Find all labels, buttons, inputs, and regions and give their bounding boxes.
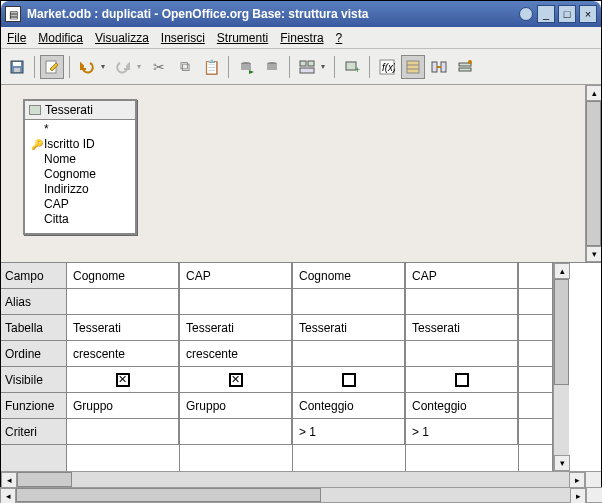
cell-funzione[interactable]: Conteggio: [406, 393, 518, 419]
vertical-scrollbar-lower[interactable]: ▴ ▾: [553, 263, 569, 471]
scroll-left-icon[interactable]: ◂: [0, 488, 16, 503]
cell-criteri[interactable]: [180, 419, 292, 445]
menu-visualizza[interactable]: Visualizza: [95, 31, 149, 45]
distinct-icon[interactable]: [453, 55, 477, 79]
table-window-title[interactable]: Tesserati: [25, 101, 135, 120]
visible-checkbox[interactable]: ✕: [229, 373, 243, 387]
cell-tabella[interactable]: Tesserati: [293, 315, 405, 341]
field-row[interactable]: *: [31, 122, 129, 137]
field-row[interactable]: CAP: [31, 197, 129, 212]
grid-row-headers: Campo Alias Tabella Ordine Visibile Funz…: [1, 263, 67, 471]
cell-visibile[interactable]: [293, 367, 405, 393]
paste-icon[interactable]: 📋: [199, 55, 223, 79]
edit-icon[interactable]: [40, 55, 64, 79]
svg-rect-10: [300, 61, 306, 66]
cell-campo[interactable]: CAP: [406, 263, 518, 289]
copy-icon[interactable]: ⧉: [173, 55, 197, 79]
grid-column: CAPTesseratiConteggio> 1: [406, 263, 519, 471]
window-title: Market.odb : duplicati - OpenOffice.org …: [27, 7, 515, 21]
save-icon[interactable]: [5, 55, 29, 79]
add-table-icon[interactable]: +: [340, 55, 364, 79]
scroll-down-icon[interactable]: ▾: [586, 246, 601, 262]
menu-file[interactable]: File: [7, 31, 26, 45]
cell-funzione[interactable]: Gruppo: [67, 393, 179, 419]
scroll-right-icon[interactable]: ▸: [570, 488, 586, 503]
cell-ordine[interactable]: crescente: [67, 341, 179, 367]
design-dropdown-icon[interactable]: ▾: [321, 62, 329, 71]
rowhead-criteri[interactable]: Criteri: [1, 419, 66, 445]
cell-campo[interactable]: CAP: [180, 263, 292, 289]
functions-icon[interactable]: f(x): [375, 55, 399, 79]
cell-alias[interactable]: [67, 289, 179, 315]
clear-query-icon[interactable]: [260, 55, 284, 79]
menu-finestra[interactable]: Finestra: [280, 31, 323, 45]
rowhead-visibile[interactable]: Visibile: [1, 367, 66, 393]
horizontal-scrollbar-lower[interactable]: ◂ ▸: [1, 471, 601, 487]
visible-checkbox[interactable]: [455, 373, 469, 387]
cell-visibile[interactable]: ✕: [180, 367, 292, 393]
field-row[interactable]: Citta: [31, 212, 129, 227]
window-decoration-icon: [519, 7, 533, 21]
menu-inserisci[interactable]: Inserisci: [161, 31, 205, 45]
field-row[interactable]: Nome: [31, 152, 129, 167]
undo-dropdown-icon[interactable]: ▾: [101, 62, 109, 71]
cell-tabella[interactable]: Tesserati: [67, 315, 179, 341]
cell-criteri[interactable]: > 1: [406, 419, 518, 445]
toggle-table-icon[interactable]: [401, 55, 425, 79]
design-view-icon[interactable]: [295, 55, 319, 79]
cell-tabella[interactable]: Tesserati: [180, 315, 292, 341]
svg-rect-20: [432, 62, 437, 72]
rowhead-funzione[interactable]: Funzione: [1, 393, 66, 419]
cell-visibile[interactable]: ✕: [67, 367, 179, 393]
table-window-tesserati[interactable]: Tesserati * 🔑Iscritto ID Nome Cognome In…: [23, 99, 137, 235]
table-diagram-pane[interactable]: Tesserati * 🔑Iscritto ID Nome Cognome In…: [1, 85, 601, 263]
redo-icon[interactable]: [111, 55, 135, 79]
vertical-scrollbar-upper[interactable]: ▴ ▾: [585, 85, 601, 262]
visible-checkbox[interactable]: ✕: [116, 373, 130, 387]
cell-ordine[interactable]: crescente: [180, 341, 292, 367]
cell-visibile[interactable]: [406, 367, 518, 393]
rowhead-tabella[interactable]: Tabella: [1, 315, 66, 341]
field-label: Citta: [44, 212, 69, 227]
scroll-up-icon[interactable]: ▴: [586, 85, 601, 101]
rowhead-ordine[interactable]: Ordine: [1, 341, 66, 367]
field-row[interactable]: Cognome: [31, 167, 129, 182]
undo-icon[interactable]: [75, 55, 99, 79]
cell-ordine[interactable]: [293, 341, 405, 367]
redo-dropdown-icon[interactable]: ▾: [137, 62, 145, 71]
visible-checkbox[interactable]: [342, 373, 356, 387]
menu-modifica[interactable]: Modifica: [38, 31, 83, 45]
alias-icon[interactable]: [427, 55, 451, 79]
field-row[interactable]: Indirizzo: [31, 182, 129, 197]
cell-campo[interactable]: Cognome: [67, 263, 179, 289]
close-button[interactable]: ×: [579, 5, 597, 23]
cell-funzione[interactable]: Conteggio: [293, 393, 405, 419]
run-query-icon[interactable]: [234, 55, 258, 79]
maximize-button[interactable]: □: [558, 5, 576, 23]
scroll-down-icon[interactable]: ▾: [554, 455, 570, 471]
design-grid-pane: Campo Alias Tabella Ordine Visibile Funz…: [1, 263, 601, 471]
rowhead-campo[interactable]: Campo: [1, 263, 66, 289]
rowhead-alias[interactable]: Alias: [1, 289, 66, 315]
scroll-right-icon[interactable]: ▸: [569, 472, 585, 488]
cell-funzione[interactable]: Gruppo: [180, 393, 292, 419]
cell-tabella[interactable]: Tesserati: [406, 315, 518, 341]
menu-strumenti[interactable]: Strumenti: [217, 31, 268, 45]
cell-ordine[interactable]: [406, 341, 518, 367]
cell-alias[interactable]: [180, 289, 292, 315]
menu-help[interactable]: ?: [336, 31, 343, 45]
cell-campo[interactable]: Cognome: [293, 263, 405, 289]
scroll-left-icon[interactable]: ◂: [1, 472, 17, 488]
grid-column-empty[interactable]: [519, 263, 553, 471]
cell-alias[interactable]: [406, 289, 518, 315]
field-label: Iscritto ID: [44, 137, 95, 152]
cell-alias[interactable]: [293, 289, 405, 315]
minimize-button[interactable]: _: [537, 5, 555, 23]
horizontal-scrollbar-upper[interactable]: ◂ ▸: [0, 487, 602, 503]
scroll-up-icon[interactable]: ▴: [554, 263, 570, 279]
cut-icon[interactable]: ✂: [147, 55, 171, 79]
cell-criteri[interactable]: > 1: [293, 419, 405, 445]
field-row[interactable]: 🔑Iscritto ID: [31, 137, 129, 152]
cell-criteri[interactable]: [67, 419, 179, 445]
svg-rect-11: [308, 61, 314, 66]
